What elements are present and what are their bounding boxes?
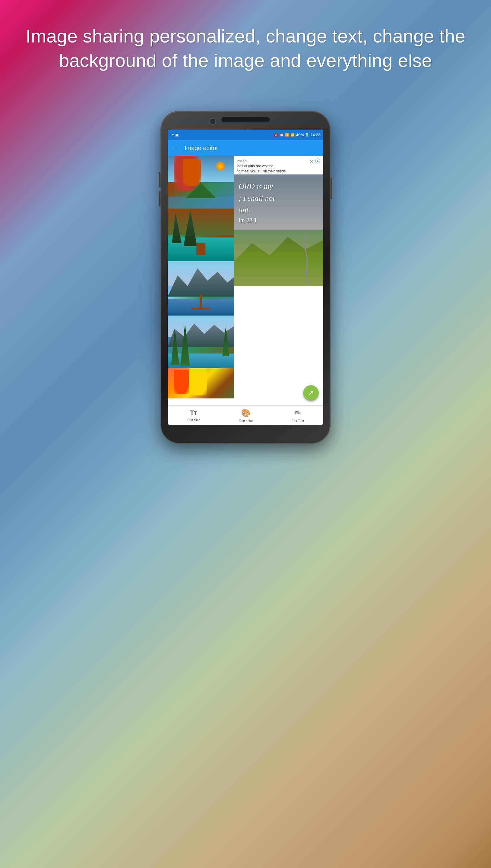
ad-banner: est Ad eds of girls are waitingto meet y… <box>234 156 323 175</box>
text-size-label: Text Size <box>187 418 201 422</box>
tree-2 <box>183 159 201 186</box>
edit-text-icon: ✏ <box>294 408 301 418</box>
winding-road <box>299 232 317 286</box>
ad-info-button[interactable]: ℹ <box>315 158 320 163</box>
image-icon: ▣ <box>175 133 178 137</box>
volume-down-button[interactable] <box>158 191 161 207</box>
app-bar: ← Image editor <box>168 140 323 156</box>
dock-platform <box>192 308 210 310</box>
share-icon: ↗ <box>308 389 314 397</box>
phone-screen: ⟳ ▣ 🔇 ⏰ 📶 📶 49% 🔋 14:22 ← Image editor <box>168 130 323 425</box>
scripture-overlay: ORD is my ; I shall not ant. lm 23.1 <box>238 181 275 225</box>
sun-glow <box>216 162 225 171</box>
content-area: est Ad eds of girls are waitingto meet y… <box>168 156 323 405</box>
volume-up-button[interactable] <box>158 172 161 187</box>
ad-label: est Ad <box>237 159 247 163</box>
text-size-button[interactable]: Tт Text Size <box>187 409 201 422</box>
preview-panel: est Ad eds of girls are waitingto meet y… <box>234 156 323 405</box>
power-button[interactable] <box>330 178 333 199</box>
back-button[interactable]: ← <box>172 144 178 152</box>
ad-content: est Ad eds of girls are waitingto meet y… <box>237 158 308 179</box>
boat-dock <box>196 243 205 255</box>
mute-icon: 🔇 <box>273 133 278 137</box>
text-color-icon: 🎨 <box>241 408 251 418</box>
alarm-icon: ⏰ <box>280 133 284 137</box>
wifi-icon: 📶 <box>285 133 289 137</box>
ad-source: True Allowance <box>237 175 258 178</box>
bottom-toolbar: Tт Text Size 🎨 Text color ✏ Edit Text <box>168 405 323 425</box>
status-left-icons: ⟳ ▣ <box>171 133 178 137</box>
autumn-foliage-2 <box>189 368 207 396</box>
gallery-image-1[interactable] <box>168 156 234 209</box>
water-surface-1 <box>168 196 234 209</box>
scripture-line-3: ant. <box>238 204 275 216</box>
signal-icon: 📶 <box>290 133 295 137</box>
dock <box>200 294 202 310</box>
gallery-image-5[interactable] <box>168 368 234 398</box>
edit-text-button[interactable]: ✏ Edit Text <box>291 408 304 423</box>
text-color-label: Text color <box>239 419 253 423</box>
ad-controls: ✕ ℹ <box>308 158 320 164</box>
edit-text-label: Edit Text <box>291 419 304 423</box>
scripture-line-4: lm 23.1 <box>238 216 275 225</box>
hero-description: Image sharing personalized, change text,… <box>26 26 465 71</box>
phone-device: ⟳ ▣ 🔇 ⏰ 📶 📶 49% 🔋 14:22 ← Image editor <box>161 112 330 443</box>
front-camera <box>209 118 216 125</box>
status-bar: ⟳ ▣ 🔇 ⏰ 📶 📶 49% 🔋 14:22 <box>168 130 323 140</box>
gallery-image-4[interactable] <box>168 315 234 368</box>
scripture-line-2: ; I shall not <box>238 192 275 204</box>
time-display: 14:22 <box>310 133 320 137</box>
autumn-foliage-1 <box>174 370 189 394</box>
speaker-notch <box>221 117 270 122</box>
sync-icon: ⟳ <box>171 133 174 137</box>
hero-text: Image sharing personalized, change text,… <box>0 24 491 73</box>
text-size-icon: Tт <box>190 409 197 417</box>
gallery-image-3[interactable] <box>168 261 234 315</box>
share-fab-button[interactable]: ↗ <box>303 385 319 401</box>
landscape-preview: ORD is my ; I shall not ant. lm 23.1 <box>234 175 323 286</box>
text-color-button[interactable]: 🎨 Text color <box>239 408 253 423</box>
status-right-icons: 🔇 ⏰ 📶 📶 49% 🔋 14:22 <box>273 133 320 137</box>
battery-percent: 49% <box>296 133 304 137</box>
gallery-image-2[interactable] <box>168 209 234 261</box>
ad-text: eds of girls are waitingto meet you. Ful… <box>237 164 286 173</box>
app-title: Image editor <box>184 145 218 152</box>
battery-icon: 🔋 <box>305 133 309 137</box>
scripture-line-1: ORD is my <box>238 181 275 192</box>
gallery-panel <box>168 156 234 405</box>
ad-close-button[interactable]: ✕ <box>310 158 313 164</box>
white-area: ↗ <box>234 286 323 405</box>
